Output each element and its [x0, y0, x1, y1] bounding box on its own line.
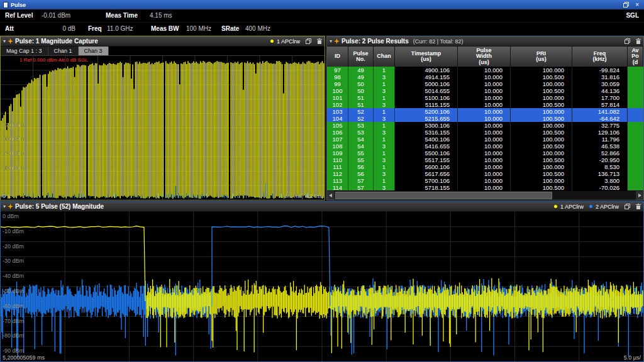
cell[interactable]: 5014.655: [395, 87, 458, 94]
cell[interactable]: 10.000: [458, 108, 511, 115]
cell[interactable]: 57: [348, 184, 374, 190]
cell[interactable]: 49: [348, 67, 374, 74]
cell[interactable]: [628, 170, 643, 177]
cell[interactable]: 113: [327, 177, 348, 184]
cell[interactable]: -64.642: [572, 115, 628, 122]
cell[interactable]: 3: [374, 101, 395, 108]
column-header[interactable]: Freq(kHz): [572, 47, 628, 67]
cell[interactable]: 10.000: [458, 67, 511, 74]
cell[interactable]: 100.000: [511, 94, 572, 101]
cell[interactable]: [628, 156, 643, 163]
cell[interactable]: 112: [327, 170, 348, 177]
table-row[interactable]: 1015115100.10610.000100.00017.700: [327, 94, 643, 101]
scroll-left-arrow[interactable]: [327, 191, 335, 200]
srate-value[interactable]: 400 MHz: [245, 25, 270, 32]
cell[interactable]: 10.000: [458, 177, 511, 184]
cell[interactable]: 1: [374, 67, 395, 74]
table-row[interactable]: 1135715700.10610.000100.0003.800: [327, 177, 643, 184]
cell[interactable]: 100.500: [511, 101, 572, 108]
cell[interactable]: 10.000: [458, 136, 511, 143]
table-row[interactable]: 1085435416.65510.000100.50046.538: [327, 143, 643, 150]
cell[interactable]: 100.000: [511, 122, 572, 129]
table-row[interactable]: 1105535517.15510.000100.500-20.950: [327, 156, 643, 163]
cell[interactable]: 53: [348, 129, 374, 136]
cell[interactable]: 141.082: [572, 108, 628, 115]
table-row[interactable]: 1045235215.65510.000100.500-64.642: [327, 115, 643, 122]
tab-chan-3[interactable]: Chan 3: [79, 47, 109, 55]
cell[interactable]: [628, 150, 643, 156]
table-row[interactable]: 1005035014.65510.000100.50044.136: [327, 87, 643, 94]
cell[interactable]: [628, 177, 643, 184]
column-header[interactable]: PulseWidth(us): [458, 47, 511, 67]
cell[interactable]: 3: [374, 74, 395, 80]
cell[interactable]: 52: [348, 108, 374, 115]
cell[interactable]: 98: [327, 74, 348, 80]
cell[interactable]: 102: [327, 101, 348, 108]
tab-mag-cap-1-3[interactable]: Mag Cap 1 : 3: [1, 47, 48, 55]
capture-panel-titlebar[interactable]: ▾ Pulse: 1 Magnitude Capture 1 APClrw: [1, 36, 325, 47]
cell[interactable]: 100.500: [511, 184, 572, 190]
cell[interactable]: 3: [374, 184, 395, 190]
table-row[interactable]: 1035215200.10610.000100.000141.082: [327, 108, 643, 115]
scrollbar-thumb[interactable]: [335, 192, 552, 199]
cell[interactable]: 5416.655: [395, 143, 458, 150]
cell[interactable]: 10.000: [458, 94, 511, 101]
cell[interactable]: 3: [374, 156, 395, 163]
cell[interactable]: 49: [348, 74, 374, 80]
table-row[interactable]: 1115615600.10610.000100.0008.530: [327, 163, 643, 170]
cell[interactable]: 109: [327, 150, 348, 156]
cell[interactable]: 51: [348, 101, 374, 108]
column-header[interactable]: Timestamp(us): [395, 47, 458, 67]
cell[interactable]: 100.500: [511, 156, 572, 163]
cell[interactable]: [628, 101, 643, 108]
cell[interactable]: 56: [348, 163, 374, 170]
cell[interactable]: 55: [348, 150, 374, 156]
cell[interactable]: 106: [327, 129, 348, 136]
meas-time-value[interactable]: 4.15 ms: [150, 12, 172, 19]
cell[interactable]: [628, 80, 643, 87]
delete-panel-icon[interactable]: [636, 38, 641, 44]
close-window-icon[interactable]: ×: [633, 2, 641, 8]
cell[interactable]: 31.816: [572, 74, 628, 80]
cell[interactable]: 100.000: [511, 163, 572, 170]
cell[interactable]: 100.000: [511, 136, 572, 143]
column-header[interactable]: ID: [327, 47, 348, 67]
results-panel-titlebar[interactable]: ▾ Pulse: 2 Pulse Results (Curr: 82 | Tot…: [327, 36, 643, 47]
cell[interactable]: 5718.155: [395, 184, 458, 190]
table-row[interactable]: 1125635617.65610.000100.500136.713: [327, 170, 643, 177]
cell[interactable]: 10.000: [458, 80, 511, 87]
cell[interactable]: 4914.155: [395, 74, 458, 80]
cell[interactable]: 4900.106: [395, 67, 458, 74]
cell[interactable]: 8.530: [572, 163, 628, 170]
cell[interactable]: 57: [348, 177, 374, 184]
cell[interactable]: 100.000: [511, 80, 572, 87]
cell[interactable]: 11.796: [572, 136, 628, 143]
cell[interactable]: 100.000: [511, 177, 572, 184]
delete-panel-icon[interactable]: [636, 204, 641, 209]
cell[interactable]: 10.000: [458, 87, 511, 94]
cell[interactable]: 46.538: [572, 143, 628, 150]
cell[interactable]: [628, 163, 643, 170]
cell[interactable]: 57.814: [572, 101, 628, 108]
cell[interactable]: 51: [348, 94, 374, 101]
cell[interactable]: 10.000: [458, 101, 511, 108]
cell[interactable]: 100: [327, 87, 348, 94]
cell[interactable]: 100.500: [511, 129, 572, 136]
cell[interactable]: 3: [374, 115, 395, 122]
cell[interactable]: 5400.106: [395, 136, 458, 143]
cell[interactable]: 110: [327, 156, 348, 163]
cell[interactable]: 108: [327, 143, 348, 150]
cell[interactable]: 5000.106: [395, 80, 458, 87]
cell[interactable]: 1: [374, 108, 395, 115]
table-row[interactable]: 1055315300.10610.000100.00032.775: [327, 122, 643, 129]
cell[interactable]: -99.824: [572, 67, 628, 74]
cell[interactable]: 3: [374, 87, 395, 94]
cell[interactable]: 10.000: [458, 163, 511, 170]
cell[interactable]: 54: [348, 136, 374, 143]
att-value[interactable]: 0 dB: [42, 25, 75, 32]
cell[interactable]: 5617.656: [395, 170, 458, 177]
cell[interactable]: 54: [348, 143, 374, 150]
cell[interactable]: 5100.106: [395, 94, 458, 101]
cell[interactable]: 1: [374, 150, 395, 156]
cell[interactable]: 5115.155: [395, 101, 458, 108]
